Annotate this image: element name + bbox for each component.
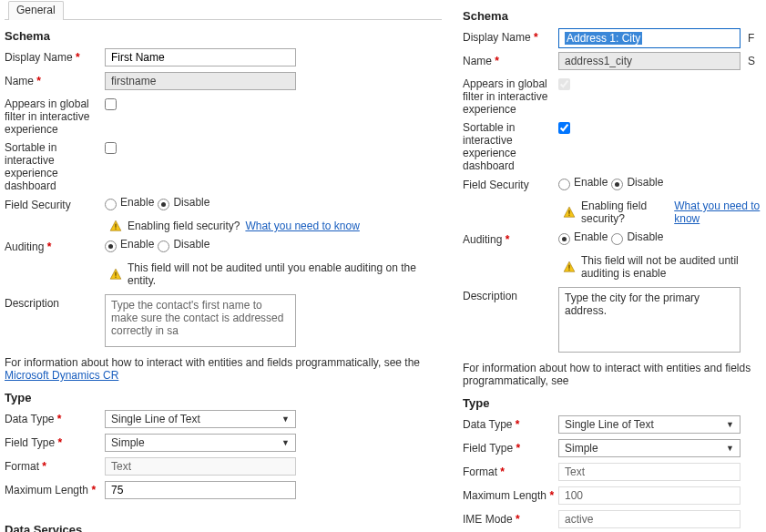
fs-disable-radio[interactable] <box>611 179 623 190</box>
sdk-link[interactable]: Microsoft Dynamics CR <box>5 369 118 382</box>
audit-enable-label: Enable <box>120 238 154 251</box>
audit-enable-radio[interactable] <box>105 240 117 252</box>
data-type-value: Single Line of Text <box>111 413 200 425</box>
global-filter-label: Appears in global filter in interactive … <box>5 96 105 136</box>
display-name-selection: Address 1: City <box>565 32 642 45</box>
warning-icon <box>563 206 576 219</box>
field-type-label: Field Type <box>5 434 105 449</box>
left-panel: General Schema Display Name Name firstna… <box>5 0 442 532</box>
fs-enable-label: Enable <box>574 176 608 189</box>
maxlen-label: Maximum Length <box>5 481 105 496</box>
format-label: Format <box>5 457 105 473</box>
audit-warning-text: This field will not be audited until aud… <box>581 254 763 280</box>
name-label: Name <box>463 52 558 67</box>
sortable-checkbox[interactable] <box>105 142 117 154</box>
tab-strip: General <box>5 0 442 20</box>
svg-rect-1 <box>115 229 116 230</box>
schema-heading: Schema <box>463 9 763 23</box>
sortable-label: Sortable in interactive experience dashb… <box>463 119 558 172</box>
field-type-value: Simple <box>111 436 145 449</box>
fs-enable-label: Enable <box>120 196 154 209</box>
fs-warning: Enabling field security? What you need t… <box>563 200 763 225</box>
display-name-label: Display Name <box>463 28 558 44</box>
fs-warning: Enabling field security? What you need t… <box>109 220 442 232</box>
name-input: firstname <box>105 72 296 90</box>
fs-warning-text: Enabling field security? <box>128 220 240 232</box>
warning-icon <box>563 261 576 273</box>
maxlen-value: 100 <box>558 486 740 505</box>
fs-disable-label: Disable <box>173 196 209 209</box>
sortable-label: Sortable in interactive experience dashb… <box>5 139 105 192</box>
display-name-label: Display Name <box>5 48 105 64</box>
audit-disable-label: Disable <box>173 238 209 251</box>
tab-general[interactable]: General <box>8 1 64 20</box>
warning-icon <box>109 268 122 281</box>
type-heading: Type <box>463 396 763 410</box>
svg-rect-0 <box>115 224 116 228</box>
svg-rect-7 <box>568 215 569 216</box>
field-type-select[interactable]: Simple▼ <box>105 434 296 452</box>
auditing-label: Auditing <box>463 230 558 246</box>
fs-disable-label: Disable <box>627 176 663 189</box>
sdk-note-text: For information about how to interact wi… <box>5 356 420 369</box>
chevron-down-icon: ▼ <box>281 414 290 424</box>
audit-disable-label: Disable <box>627 230 663 243</box>
description-label: Description <box>463 287 558 302</box>
audit-warning: This field will not be audited until you… <box>109 261 442 287</box>
maxlen-input[interactable] <box>105 481 296 499</box>
type-heading: Type <box>5 391 442 404</box>
svg-rect-2 <box>115 272 116 276</box>
data-services-heading: Data Services <box>5 523 442 532</box>
global-filter-checkbox <box>558 78 570 90</box>
audit-warning: This field will not be audited until aud… <box>563 254 763 280</box>
data-type-select[interactable]: Single Line of Text▼ <box>105 410 296 428</box>
chevron-down-icon: ▼ <box>726 444 734 453</box>
schema-heading: Schema <box>5 29 442 43</box>
fs-warning-text: Enabling field security? <box>581 200 669 225</box>
data-type-label: Data Type <box>5 410 105 425</box>
display-name-trail: F <box>748 32 754 45</box>
fs-warning-link[interactable]: What you need to know <box>674 200 763 225</box>
ime-value: active <box>558 510 740 528</box>
field-type-label: Field Type <box>463 439 558 455</box>
data-type-select[interactable]: Single Line of Text▼ <box>558 415 740 434</box>
chevron-down-icon: ▼ <box>281 438 290 447</box>
sdk-note: For information about how to interact wi… <box>5 356 442 382</box>
description-label: Description <box>5 294 105 310</box>
audit-enable-label: Enable <box>574 230 608 243</box>
audit-warning-text: This field will not be audited until you… <box>128 261 442 287</box>
maxlen-label: Maximum Length <box>463 486 558 502</box>
fs-warning-link[interactable]: What you need to know <box>245 220 359 232</box>
display-name-input[interactable] <box>105 48 296 66</box>
sdk-note: For information about how to interact wi… <box>463 362 763 387</box>
name-input: address1_city <box>558 52 740 70</box>
sortable-checkbox[interactable] <box>558 122 570 134</box>
ime-label: IME Mode <box>463 510 558 526</box>
format-value: Text <box>558 463 740 481</box>
field-security-label: Field Security <box>5 196 105 211</box>
svg-rect-3 <box>115 277 116 278</box>
field-type-select[interactable]: Simple▼ <box>558 439 740 457</box>
data-type-label: Data Type <box>463 415 558 431</box>
name-label: Name <box>5 72 105 87</box>
description-textarea[interactable]: Type the city for the primary address. <box>558 287 740 353</box>
name-trail: S <box>748 55 755 67</box>
fs-enable-radio[interactable] <box>558 179 570 190</box>
svg-rect-6 <box>568 210 569 214</box>
audit-disable-radio[interactable] <box>611 233 623 245</box>
description-textarea[interactable]: Type the contact's first name to make su… <box>105 294 296 347</box>
format-value: Text <box>105 457 296 476</box>
global-filter-checkbox[interactable] <box>105 98 117 110</box>
data-type-value: Single Line of Text <box>565 418 654 431</box>
fs-enable-radio[interactable] <box>105 199 117 210</box>
auditing-label: Auditing <box>5 238 105 253</box>
right-panel: Schema Display Name Address 1: City F Na… <box>463 0 763 532</box>
fs-disable-radio[interactable] <box>158 199 169 210</box>
audit-disable-radio[interactable] <box>158 240 169 252</box>
field-type-value: Simple <box>565 442 598 455</box>
format-label: Format <box>463 463 558 478</box>
audit-enable-radio[interactable] <box>558 233 570 245</box>
svg-rect-9 <box>568 270 569 271</box>
global-filter-label: Appears in global filter in interactive … <box>463 76 558 116</box>
display-name-input[interactable]: Address 1: City <box>558 28 740 48</box>
